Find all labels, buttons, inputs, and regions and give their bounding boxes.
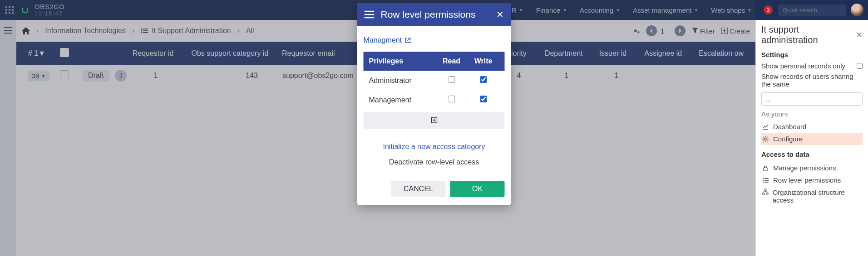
initialize-category-link[interactable]: Initialize a new access category — [364, 139, 505, 155]
svg-rect-34 — [764, 178, 769, 179]
write-checkbox[interactable] — [480, 76, 487, 83]
settings-heading: Settings — [761, 51, 863, 58]
privilege-row-administrator: Administrator — [364, 71, 505, 90]
setting-personal-label: Show personal records only — [761, 62, 857, 70]
sharing-input[interactable] — [761, 92, 863, 106]
priv-name: Administrator — [369, 77, 436, 85]
configure-label: Configure — [773, 135, 803, 143]
svg-line-28 — [763, 137, 764, 138]
svg-line-29 — [767, 140, 768, 141]
panel-title-row: It support administration ✕ — [761, 24, 863, 45]
dashboard-label: Dashboard — [773, 123, 806, 130]
org-structure-link[interactable]: Organizational structure access — [761, 186, 863, 206]
right-panel: It support administration ✕ Settings Sho… — [755, 20, 868, 256]
quick-search-input[interactable] — [778, 5, 846, 16]
setting-personal-records: Show personal records only — [761, 62, 863, 70]
lock-icon — [762, 165, 771, 171]
svg-point-37 — [763, 181, 764, 183]
add-privilege-button[interactable] — [364, 112, 505, 129]
svg-line-30 — [763, 140, 764, 141]
col-privileges: Privileges — [369, 57, 436, 65]
svg-rect-32 — [764, 168, 767, 171]
modal-footer: CANCEL OK — [357, 176, 511, 205]
priv-name: Management — [369, 96, 436, 104]
modal-title: Row level permissions — [381, 9, 496, 20]
sitemap-icon — [762, 188, 771, 195]
read-checkbox[interactable] — [448, 76, 455, 83]
management-link[interactable]: Managment — [364, 36, 411, 44]
close-icon[interactable]: ✕ — [856, 30, 863, 40]
external-link-icon — [404, 37, 411, 43]
panel-title: It support administration — [761, 24, 856, 45]
management-link-label: Managment — [364, 36, 402, 44]
configure-link[interactable]: Configure — [761, 133, 863, 145]
svg-rect-36 — [764, 180, 769, 181]
ok-button[interactable]: OK — [450, 181, 505, 197]
list-icon — [762, 178, 771, 183]
chart-line-icon — [762, 124, 771, 130]
dashboard-link[interactable]: Dashboard — [761, 121, 863, 133]
plus-square-icon — [431, 117, 437, 125]
deactivate-row-level-link[interactable]: Deactivate row-level access — [364, 155, 505, 170]
row-level-permissions-modal: Row level permissions ✕ Managment Privil… — [357, 3, 511, 205]
org-structure-label: Organizational structure access — [773, 188, 862, 204]
row-level-label: Row level permissions — [773, 176, 841, 184]
manage-permissions-label: Manage permissions — [773, 164, 836, 172]
svg-point-33 — [763, 178, 764, 179]
setting-sharing-records: Show records of users sharing the same — [761, 72, 863, 88]
svg-rect-39 — [764, 189, 766, 190]
svg-rect-40 — [763, 193, 764, 194]
modal-header: Row level permissions ✕ — [357, 3, 511, 26]
setting-sharing-label: Show records of users sharing the same — [761, 72, 863, 88]
privileges-header: Privileges Read Write — [364, 52, 505, 71]
access-heading: Access to data — [761, 150, 863, 158]
manage-permissions-link[interactable]: Manage permissions — [761, 162, 863, 174]
read-checkbox[interactable] — [448, 96, 455, 102]
hamburger-menu-icon[interactable] — [365, 10, 375, 19]
notification-badge[interactable]: 3 — [764, 5, 773, 14]
row-level-permissions-link[interactable]: Row level permissions — [761, 174, 863, 186]
svg-rect-41 — [766, 193, 768, 194]
svg-point-35 — [763, 179, 764, 181]
user-avatar[interactable] — [851, 4, 863, 16]
gear-icon — [762, 136, 771, 142]
as-yours-label: As yours — [761, 110, 863, 118]
cancel-button[interactable]: CANCEL — [391, 181, 446, 197]
privilege-row-management: Management — [364, 90, 505, 110]
svg-rect-38 — [764, 182, 769, 183]
setting-personal-checkbox[interactable] — [857, 63, 863, 69]
svg-point-23 — [764, 138, 766, 140]
svg-line-31 — [767, 137, 768, 138]
col-write: Write — [468, 57, 499, 65]
close-icon[interactable]: ✕ — [496, 9, 504, 20]
col-read: Read — [436, 57, 468, 65]
write-checkbox[interactable] — [480, 96, 487, 102]
